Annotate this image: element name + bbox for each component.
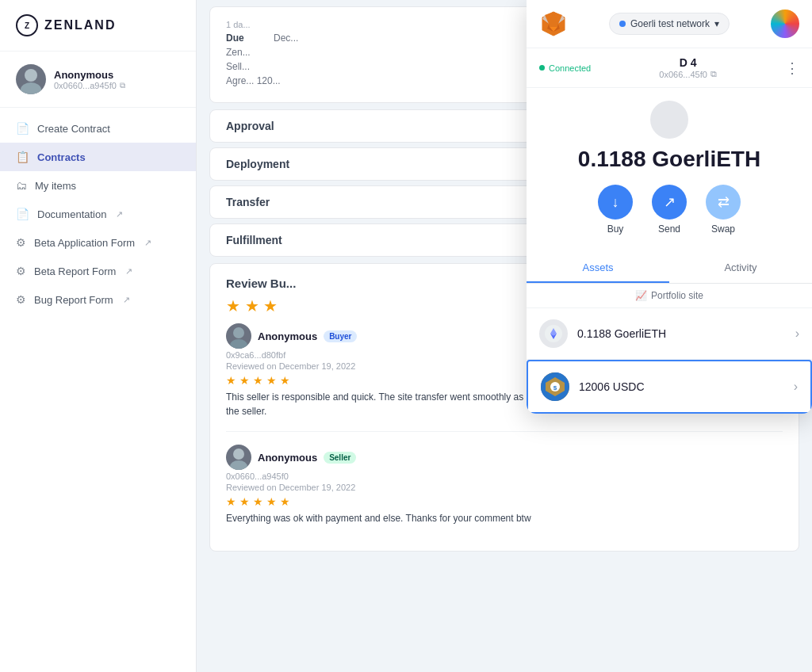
tab-assets[interactable]: Assets xyxy=(527,254,669,283)
account-address: 0x066...45f0 ⧉ xyxy=(659,69,717,79)
buy-button[interactable]: ↓ Buy xyxy=(598,185,633,235)
sidebar-nav: 📄 Create Contract 📋 Contracts 🗂 My items… xyxy=(0,108,196,672)
contracts-icon: 📋 xyxy=(16,151,29,163)
sidebar-item-beta-application-form[interactable]: ⚙ Beta Application Form ↗ xyxy=(0,228,196,257)
metamask-popup: Goerli test network ▾ Connected D 4 0x06… xyxy=(527,0,812,414)
sidebar-item-label: Contracts xyxy=(37,151,86,163)
asset-name-usdc: 12006 USDC xyxy=(579,380,794,393)
network-status-dot xyxy=(619,21,626,27)
my-items-icon: 🗂 xyxy=(16,179,27,192)
sidebar: Z ZENLAND Anonymous 0x0660...a945f0 ⧉ 📄 … xyxy=(0,0,197,672)
external-link-icon: ↗ xyxy=(144,238,151,248)
review-date-2: Reviewed on December 19, 2022 xyxy=(226,483,783,492)
sidebar-item-contracts[interactable]: 📋 Contracts xyxy=(0,143,196,171)
asset-item-eth[interactable]: 0.1188 GoerliETH › xyxy=(527,308,812,360)
svg-point-5 xyxy=(230,460,247,470)
reviewer-avatar-1 xyxy=(226,323,251,349)
reviewer-address-2: 0x0660...a945f0 xyxy=(226,472,783,481)
sidebar-item-label: My items xyxy=(35,180,76,192)
reviewer-avatar-2 xyxy=(226,445,251,470)
swap-label: Swap xyxy=(711,223,735,235)
swap-button[interactable]: ⇄ Swap xyxy=(706,185,741,235)
sidebar-item-label: Create Contract xyxy=(37,123,110,135)
tab-activity[interactable]: Activity xyxy=(669,254,812,283)
portfolio-link[interactable]: 📈 Portfolio site xyxy=(539,290,799,301)
review-text-2: Everything was ok with payment and else.… xyxy=(226,511,783,525)
documentation-icon: 📄 xyxy=(16,208,29,220)
review-item-seller: Anonymous Seller 0x0660...a945f0 Reviewe… xyxy=(226,445,783,525)
app-name: ZENLAND xyxy=(44,18,116,32)
external-link-icon: ↗ xyxy=(125,266,132,277)
portfolio-icon: 📈 xyxy=(635,290,647,301)
sidebar-item-documentation[interactable]: 📄 Documentation ↗ xyxy=(0,200,196,228)
eth-icon xyxy=(539,319,568,348)
asset-name-eth: 0.1188 GoerliETH xyxy=(577,327,795,340)
network-name: Goerli test network xyxy=(630,18,710,29)
svg-point-3 xyxy=(230,339,247,349)
mm-tabs: Assets Activity xyxy=(527,254,812,284)
sidebar-item-label: Beta Application Form xyxy=(34,237,135,249)
user-info: Anonymous 0x0660...a945f0 ⧉ xyxy=(54,69,125,90)
svg-text:$: $ xyxy=(553,384,557,391)
more-options-button[interactable]: ⋮ xyxy=(785,59,799,77)
user-address: 0x0660...a945f0 ⧉ xyxy=(54,81,125,90)
usdc-icon: $ xyxy=(541,372,569,401)
create-contract-icon: 📄 xyxy=(16,122,29,135)
bug-report-form-icon: ⚙ xyxy=(16,293,26,306)
sidebar-item-beta-report-form[interactable]: ⚙ Beta Report Form ↗ xyxy=(0,257,196,285)
sidebar-item-my-items[interactable]: 🗂 My items xyxy=(0,171,196,200)
connected-dot xyxy=(539,65,545,71)
mm-assets-list: 0.1188 GoerliETH › $ 12006 USDC › xyxy=(527,308,812,414)
external-link-icon: ↗ xyxy=(116,209,123,220)
avatar xyxy=(16,64,46,94)
chevron-down-icon: ▾ xyxy=(714,18,719,29)
svg-point-1 xyxy=(21,82,41,94)
sidebar-item-label: Bug Report Form xyxy=(34,294,113,306)
mm-header: Goerli test network ▾ xyxy=(527,0,812,48)
swap-icon: ⇄ xyxy=(706,185,741,220)
beta-app-form-icon: ⚙ xyxy=(16,236,26,249)
logo-bar: Z ZENLAND xyxy=(0,0,196,52)
seller-badge: Seller xyxy=(324,452,356,464)
sidebar-item-label: Documentation xyxy=(37,208,106,220)
review-stars-2: ★ ★ ★ ★ ★ xyxy=(226,495,783,508)
buy-icon: ↓ xyxy=(598,185,633,220)
send-label: Send xyxy=(658,223,680,235)
buy-label: Buy xyxy=(607,223,624,235)
user-profile: Anonymous 0x0660...a945f0 ⧉ xyxy=(0,52,196,108)
chevron-right-icon: › xyxy=(795,326,799,341)
connection-status: Connected xyxy=(539,63,591,73)
svg-point-2 xyxy=(233,327,244,338)
portfolio-link-label: Portfolio site xyxy=(651,290,703,301)
metamask-fox-icon xyxy=(539,10,568,38)
account-identicon xyxy=(650,101,688,139)
send-icon: ↗ xyxy=(652,185,687,220)
sidebar-item-bug-report-form[interactable]: ⚙ Bug Report Form ↗ xyxy=(0,285,196,314)
svg-point-0 xyxy=(25,69,37,82)
logo-icon: Z xyxy=(16,14,38,36)
account-name: D 4 xyxy=(680,56,697,69)
mm-actions: ↓ Buy ↗ Send ⇄ Swap xyxy=(598,185,741,235)
copy-account-icon[interactable]: ⧉ xyxy=(710,69,717,79)
network-selector[interactable]: Goerli test network ▾ xyxy=(609,13,730,35)
connected-label: Connected xyxy=(549,63,591,73)
chevron-right-icon: › xyxy=(794,380,798,394)
reviewer-name-1: Anonymous xyxy=(258,330,317,342)
svg-point-4 xyxy=(233,449,244,460)
portfolio-bar: 📈 Portfolio site xyxy=(527,284,812,308)
mm-profile-avatar[interactable] xyxy=(771,10,799,38)
asset-item-usdc[interactable]: $ 12006 USDC › xyxy=(527,360,812,414)
sidebar-item-create-contract[interactable]: 📄 Create Contract xyxy=(0,114,196,143)
beta-report-form-icon: ⚙ xyxy=(16,265,26,277)
buyer-badge: Buyer xyxy=(324,330,357,342)
reviewer-name-2: Anonymous xyxy=(258,452,317,464)
account-center: D 4 0x066...45f0 ⧉ xyxy=(659,56,717,79)
review-header-2: Anonymous Seller xyxy=(226,445,783,470)
balance-amount: 0.1188 GoerliETH xyxy=(578,147,760,172)
copy-address-icon[interactable]: ⧉ xyxy=(120,81,125,90)
mm-balance-section: 0.1188 GoerliETH ↓ Buy ↗ Send ⇄ Swap xyxy=(527,88,812,254)
user-name: Anonymous xyxy=(54,69,125,81)
mm-account-bar: Connected D 4 0x066...45f0 ⧉ ⋮ xyxy=(527,48,812,88)
send-button[interactable]: ↗ Send xyxy=(652,185,687,235)
external-link-icon: ↗ xyxy=(123,295,130,305)
